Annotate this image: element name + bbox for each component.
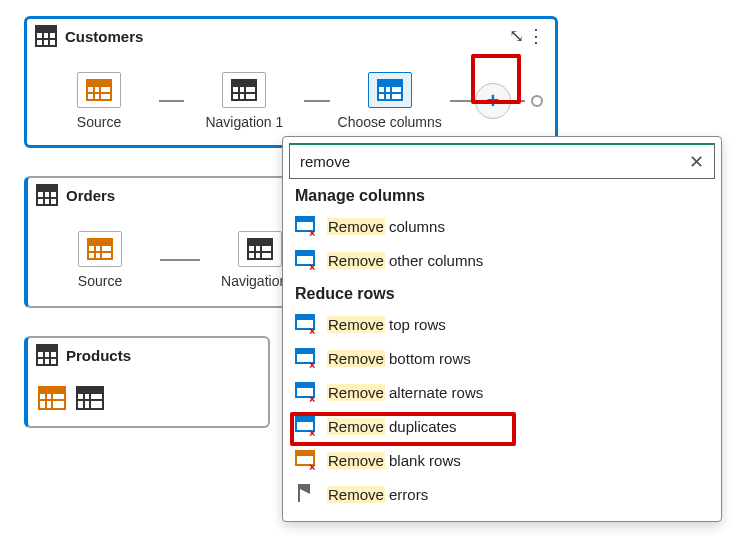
menu-label: Remove errors (327, 486, 428, 503)
remove-duplicates-icon: × (295, 416, 317, 436)
table-icon (35, 25, 57, 47)
action-search-dropdown[interactable]: ✕ Manage columns × Remove columns × Remo… (282, 136, 722, 522)
step-source[interactable]: Source (39, 72, 159, 130)
table-icon (86, 79, 112, 101)
steps-row: Source Navigation 1 Choose columns + (39, 57, 543, 145)
step-choose-columns[interactable]: Choose columns (330, 72, 450, 130)
card-title: Orders (66, 187, 115, 204)
menu-label: Remove duplicates (327, 418, 457, 435)
connector-line (304, 100, 329, 102)
remove-top-rows-icon: × (295, 314, 317, 334)
collapse-icon[interactable]: ⤡ (509, 25, 519, 47)
query-card-products[interactable]: Products (24, 336, 270, 428)
table-icon (36, 344, 58, 366)
step-navigation[interactable]: Navigation 1 (184, 72, 304, 130)
menu-remove-duplicates[interactable]: × Remove duplicates (289, 409, 715, 443)
clear-icon[interactable]: ✕ (689, 151, 704, 173)
card-title: Products (66, 347, 131, 364)
remove-other-columns-icon: × (295, 250, 317, 270)
menu-label: Remove alternate rows (327, 384, 483, 401)
remove-bottom-rows-icon: × (295, 348, 317, 368)
search-row: ✕ (289, 143, 715, 179)
menu-label: Remove blank rows (327, 452, 461, 469)
add-step-button[interactable]: + (475, 83, 511, 119)
card-body (28, 372, 268, 416)
table-icon (36, 184, 58, 206)
remove-errors-icon (295, 484, 317, 504)
remove-blank-rows-icon: × (295, 450, 317, 470)
menu-remove-bottom-rows[interactable]: × Remove bottom rows (289, 341, 715, 375)
menu-remove-alternate-rows[interactable]: × Remove alternate rows (289, 375, 715, 409)
connector-line (511, 100, 525, 102)
more-icon[interactable]: ⋮ (527, 27, 545, 45)
group-header-manage: Manage columns (289, 179, 715, 209)
remove-columns-icon: × (295, 216, 317, 236)
menu-remove-blank-rows[interactable]: × Remove blank rows (289, 443, 715, 477)
card-header: Customers ⤡ ⋮ (27, 19, 555, 53)
card-header: Products (28, 338, 268, 372)
table-icon (231, 79, 257, 101)
step-label: Source (77, 114, 121, 130)
step-label: Navigation 1 (205, 114, 283, 130)
query-card-customers[interactable]: Customers ⤡ ⋮ Source Navigation 1 Choose… (24, 16, 558, 148)
table-icon (76, 386, 104, 410)
table-icon (87, 238, 113, 260)
group-header-reduce: Reduce rows (289, 277, 715, 307)
menu-remove-columns[interactable]: × Remove columns (289, 209, 715, 243)
menu-remove-top-rows[interactable]: × Remove top rows (289, 307, 715, 341)
connector-line (160, 259, 200, 261)
step-label: Choose columns (338, 114, 442, 130)
menu-label: Remove top rows (327, 316, 446, 333)
connector-line (450, 100, 475, 102)
step-label: Source (78, 273, 122, 289)
table-icon (377, 79, 403, 101)
menu-remove-other-columns[interactable]: × Remove other columns (289, 243, 715, 277)
search-input[interactable] (300, 153, 681, 170)
step-source[interactable]: Source (40, 231, 160, 289)
connector-line (159, 100, 184, 102)
card-title: Customers (65, 28, 143, 45)
table-icon (247, 238, 273, 260)
menu-remove-errors[interactable]: Remove errors (289, 477, 715, 511)
menu-label: Remove columns (327, 218, 445, 235)
remove-alternate-rows-icon: × (295, 382, 317, 402)
output-node[interactable] (531, 95, 543, 107)
menu-label: Remove bottom rows (327, 350, 471, 367)
table-icon (38, 386, 66, 410)
menu-label: Remove other columns (327, 252, 483, 269)
